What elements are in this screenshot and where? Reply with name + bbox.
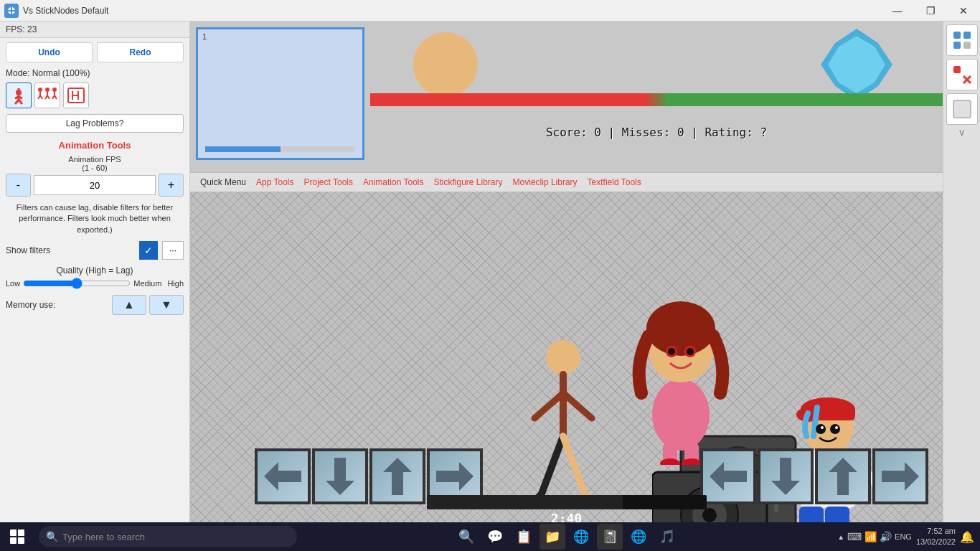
mode-display: Mode: Normal (100%) xyxy=(0,67,189,80)
svg-line-32 xyxy=(542,436,563,494)
redo-button[interactable]: Redo xyxy=(97,42,184,62)
fps-plus-button[interactable]: + xyxy=(159,174,184,197)
fps-minus-button[interactable]: - xyxy=(6,174,31,197)
titlebar: Vs StickNodes Default — ❐ ✕ xyxy=(0,0,980,22)
menu-quick-menu[interactable]: Quick Menu xyxy=(196,176,250,189)
svg-point-50 xyxy=(687,348,694,355)
maximize-button[interactable]: ❐ xyxy=(914,0,947,22)
svg-rect-83 xyxy=(963,32,971,39)
opponent-head-icon xyxy=(821,29,892,103)
right-panel: 1 Score: xyxy=(190,22,943,551)
minimize-button[interactable]: — xyxy=(881,0,914,22)
taskbar-music-icon[interactable]: 🎵 xyxy=(654,524,680,550)
svg-line-21 xyxy=(55,95,57,99)
svg-line-33 xyxy=(563,436,585,494)
arrow-right-right-key[interactable] xyxy=(872,448,928,504)
taskbar-explorer-icon[interactable]: 📁 xyxy=(540,524,565,550)
menu-movieclip-library[interactable]: Movieclip Library xyxy=(509,176,582,189)
animation-fps-section: Animation FPS (1 - 60) - + xyxy=(0,152,189,199)
windows-logo xyxy=(10,529,24,544)
group-tool-icon[interactable] xyxy=(34,83,60,108)
letter-tool-icon[interactable] xyxy=(63,83,89,108)
arrow-down-key[interactable] xyxy=(312,448,368,504)
notification-icon[interactable]: 🔔 xyxy=(960,530,974,544)
fps-display: FPS: 23 xyxy=(0,22,189,38)
search-bar[interactable]: 🔍 Type here to search xyxy=(39,526,297,547)
player-head-icon xyxy=(413,32,478,97)
show-filters-label: Show filters xyxy=(6,245,135,255)
svg-point-62 xyxy=(816,424,826,434)
right-sidebar-label: V xyxy=(946,129,977,137)
time-display: 7:52 am xyxy=(916,526,956,537)
menu-stickfigure-library[interactable]: Stickfigure Library xyxy=(430,176,507,189)
lang-label: ENG xyxy=(895,532,912,541)
window-controls[interactable]: — ❐ ✕ xyxy=(881,0,980,22)
tray-network-icon: 📶 xyxy=(864,531,877,542)
svg-rect-84 xyxy=(953,42,961,49)
canvas-area[interactable]: D xyxy=(190,192,943,551)
arrow-right-down-key[interactable] xyxy=(758,448,814,504)
taskbar-view-icon[interactable]: 📋 xyxy=(511,524,537,550)
quality-section: Quality (High = Lag) Low Medium High xyxy=(0,263,189,292)
start-button[interactable] xyxy=(0,522,34,551)
arrow-right-left-key[interactable] xyxy=(700,448,756,504)
memory-down-button[interactable]: ▼ xyxy=(149,295,184,315)
menu-project-tools[interactable]: Project Tools xyxy=(300,176,357,189)
taskbar-browser-icon[interactable]: 🌐 xyxy=(568,524,594,550)
tool-icons-bar xyxy=(0,80,189,111)
arrow-right-up-key[interactable] xyxy=(815,448,871,504)
svg-point-64 xyxy=(821,426,824,429)
svg-marker-78 xyxy=(710,462,747,491)
svg-marker-81 xyxy=(882,462,919,491)
taskbar-search-icon[interactable]: 🔍 xyxy=(453,524,479,550)
show-filters-options[interactable]: ··· xyxy=(162,241,184,260)
svg-marker-79 xyxy=(771,458,800,495)
svg-point-44 xyxy=(652,379,710,451)
filter-notice-text: Filters can cause lag, disable filters f… xyxy=(0,199,189,238)
menu-textfield-tools[interactable]: Textfield Tools xyxy=(583,176,646,189)
menu-bar: Quick Menu App Tools Project Tools Anima… xyxy=(190,172,943,192)
right-icon-blank[interactable] xyxy=(946,93,978,125)
lag-problems-button[interactable]: Lag Problems? xyxy=(6,114,184,133)
close-button[interactable]: ✕ xyxy=(947,0,980,22)
sidebar: FPS: 23 Undo Redo Mode: Normal (100%) La… xyxy=(0,22,190,551)
arrow-up-key[interactable] xyxy=(369,448,425,504)
quality-row: Low Medium High xyxy=(6,278,184,289)
svg-rect-86 xyxy=(953,66,961,73)
clock-display[interactable]: 7:52 am 13/02/2022 xyxy=(916,526,956,548)
select-tool-icon[interactable] xyxy=(6,83,32,108)
taskbar-icons-center: 🔍 💬 📋 📁 🌐 📓 🌐 🎵 xyxy=(301,524,831,550)
progress-bar-area: 2:40 xyxy=(427,495,707,526)
taskbar-chat-icon[interactable]: 💬 xyxy=(482,524,508,550)
taskbar-onenote-icon[interactable]: 📓 xyxy=(597,524,623,550)
progress-fill xyxy=(427,495,623,509)
tray-volume-icon: 🔊 xyxy=(880,531,892,542)
svg-rect-85 xyxy=(963,42,971,49)
svg-line-9 xyxy=(19,97,22,98)
quality-slider[interactable] xyxy=(23,278,131,289)
game-header-area: Score: 0 | Misses: 0 | Rating: ? xyxy=(370,22,943,172)
svg-line-31 xyxy=(563,393,592,418)
preview-frame-number: 1 xyxy=(202,32,207,41)
right-icon-delete[interactable] xyxy=(946,59,978,90)
date-display: 13/02/2022 xyxy=(916,537,956,547)
animation-fps-row: - + xyxy=(6,174,184,197)
undo-button[interactable]: Undo xyxy=(6,42,93,62)
svg-point-10 xyxy=(38,88,42,92)
svg-point-63 xyxy=(830,424,840,434)
tray-arrow[interactable]: ▲ xyxy=(837,533,844,541)
memory-up-button[interactable]: ▲ xyxy=(112,295,146,315)
quality-high-label: High xyxy=(167,279,184,288)
tray-keyboard-icon: ⌨ xyxy=(847,531,862,542)
window-title: Vs StickNodes Default xyxy=(23,6,881,16)
fps-input[interactable] xyxy=(34,175,156,195)
progress-bar[interactable] xyxy=(427,495,707,509)
right-icon-grid[interactable] xyxy=(946,24,978,56)
show-filters-checkbox[interactable]: ✓ xyxy=(139,241,158,260)
show-filters-row: Show filters ✓ ··· xyxy=(0,238,189,263)
menu-app-tools[interactable]: App Tools xyxy=(252,176,298,189)
svg-line-7 xyxy=(19,100,22,104)
taskbar-chrome-icon[interactable]: 🌐 xyxy=(626,524,651,550)
arrow-left-key[interactable] xyxy=(255,448,311,504)
menu-animation-tools[interactable]: Animation Tools xyxy=(359,176,428,189)
